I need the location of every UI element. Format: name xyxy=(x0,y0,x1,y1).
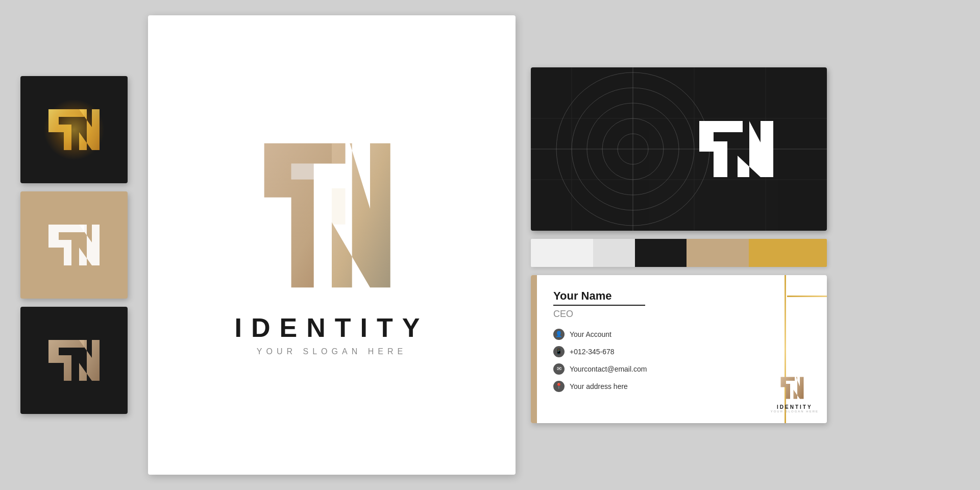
brand-slogan: YOUR SLOGAN HERE xyxy=(257,347,407,356)
mini-logo-area: IDENTITY YOUR SLOGAN HERE xyxy=(771,376,819,413)
phone-icon: 📱 xyxy=(553,346,565,357)
card-email: Yourcontact@email.com xyxy=(570,365,647,373)
svg-marker-9 xyxy=(332,188,345,225)
thumbnail-dark-tan[interactable] xyxy=(20,307,128,414)
card-account: Your Account xyxy=(570,330,611,338)
svg-marker-4 xyxy=(48,340,84,381)
thumb2-logo-svg xyxy=(43,219,105,271)
card-email-row: ✉ Yourcontact@email.com xyxy=(553,363,732,375)
main-logo-svg xyxy=(255,134,408,297)
svg-marker-23 xyxy=(699,121,743,177)
tan-accent-strip xyxy=(531,275,537,423)
business-card-dark xyxy=(531,67,827,231)
brand-name: IDENTITY xyxy=(235,312,429,343)
business-card-contact-area: Your Name CEO 👤 Your Account 📱 +012-345-… xyxy=(537,275,747,423)
mini-brand-name: IDENTITY xyxy=(771,404,819,410)
thumbnail-tan[interactable] xyxy=(20,191,128,299)
card-address: Your address here xyxy=(570,382,628,390)
email-icon: ✉ xyxy=(553,363,565,375)
thumbnails-column xyxy=(20,76,133,414)
color-gold xyxy=(749,239,827,267)
svg-marker-24 xyxy=(738,121,773,177)
dark-card-logo xyxy=(694,113,786,185)
color-tan xyxy=(687,239,749,267)
thumb3-logo-svg xyxy=(43,335,105,386)
main-logo-area: IDENTITY YOUR SLOGAN HERE xyxy=(235,36,429,454)
right-column: Your Name CEO 👤 Your Account 📱 +012-345-… xyxy=(531,67,837,423)
mini-logo-svg xyxy=(779,376,810,400)
card-phone-row: 📱 +012-345-678 xyxy=(553,346,732,357)
card-address-row: 📍 Your address here xyxy=(553,381,732,392)
svg-marker-25 xyxy=(780,377,795,399)
page-root: IDENTITY YOUR SLOGAN HERE xyxy=(0,0,980,490)
card-person-title: CEO xyxy=(553,309,732,320)
mini-brand-slogan: YOUR SLOGAN HERE xyxy=(771,410,819,413)
card-person-name: Your Name xyxy=(553,289,645,306)
location-icon: 📍 xyxy=(553,381,565,392)
color-palette-strip xyxy=(531,239,827,267)
account-icon: 👤 xyxy=(553,329,565,340)
thumbnail-gold-glow[interactable] xyxy=(20,76,128,183)
svg-marker-26 xyxy=(793,377,803,399)
business-card-right-accent: IDENTITY YOUR SLOGAN HERE xyxy=(747,275,827,423)
card-phone: +012-345-678 xyxy=(570,348,615,356)
color-black xyxy=(635,239,687,267)
card-account-row: 👤 Your Account xyxy=(553,329,732,340)
gold-horizontal-line xyxy=(787,296,827,297)
main-presentation-card: IDENTITY YOUR SLOGAN HERE xyxy=(148,15,516,475)
color-gray xyxy=(593,239,634,267)
svg-marker-2 xyxy=(48,225,84,265)
business-card-white: Your Name CEO 👤 Your Account 📱 +012-345-… xyxy=(531,275,827,423)
svg-marker-8 xyxy=(332,143,345,164)
color-white xyxy=(531,239,593,267)
svg-marker-10 xyxy=(291,164,314,180)
